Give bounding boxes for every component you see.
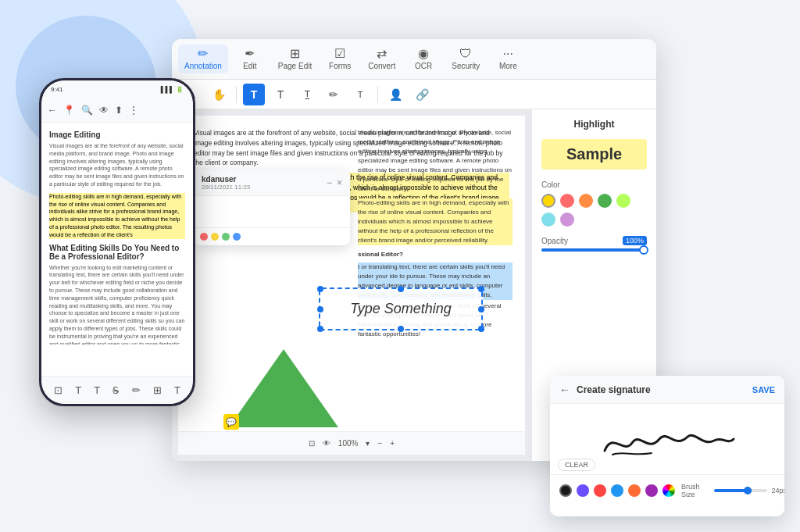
zoom-minus[interactable]: − (377, 439, 382, 448)
phone-bottom-type-icon[interactable]: T (174, 384, 180, 396)
phone-heading2: What Editing Skills Do You Need to Be a … (49, 244, 185, 261)
phone-content: Image Editing Visual images are at the f… (41, 123, 193, 345)
opacity-thumb[interactable] (639, 245, 648, 255)
phone-search-icon[interactable]: 🔍 (81, 105, 93, 116)
handle-ml[interactable] (317, 306, 323, 312)
chat-close-btn[interactable]: × (337, 177, 342, 188)
handle-bl[interactable] (317, 326, 323, 332)
phone-more-icon[interactable]: ⋮ (129, 105, 138, 116)
sample-box: Sample (541, 139, 647, 170)
handle-tm[interactable] (398, 286, 404, 292)
toolbar-forms[interactable]: ☑ Forms (321, 45, 359, 73)
chat-header: kdanuser 29/11/2021 11:23 − × (194, 170, 350, 196)
convert-icon: ⇄ (377, 48, 387, 60)
handle-tr[interactable] (478, 286, 484, 292)
svg-marker-1 (229, 349, 338, 427)
color-light-green[interactable] (616, 194, 630, 208)
chat-date: 29/11/2021 11:23 (202, 184, 250, 191)
toolbar-more[interactable]: ··· More (489, 45, 527, 73)
tool-draw[interactable]: ✏ (323, 84, 345, 105)
zoom-plus[interactable]: + (390, 439, 395, 448)
phone-screen: 9:41 ▌▌▌ 🔋 ← 📍 🔍 👁 ⬆ ⋮ Image Editing Vis… (41, 80, 193, 404)
sig-body[interactable]: CLEAR (550, 404, 784, 474)
ocr-icon: ◉ (418, 48, 429, 60)
phone-view-icon[interactable]: 👁 (99, 105, 109, 116)
color-red[interactable] (560, 194, 574, 208)
handle-tl[interactable] (317, 286, 323, 292)
toolbar-top[interactable]: ✏ Annotation ✒ Edit ⊞ Page Edit ☑ Forms … (172, 39, 656, 80)
tool-link[interactable]: 🔗 (411, 84, 433, 105)
phone-share-icon[interactable]: ⬆ (115, 105, 123, 116)
opacity-text: Opacity (541, 237, 568, 245)
doc-note-icon[interactable]: 💬 (223, 414, 239, 430)
toolbar-annotation[interactable]: ✏ Annotation (178, 45, 228, 73)
more-icon: ··· (503, 48, 513, 60)
color-orange[interactable] (579, 194, 593, 208)
toolbar-convert[interactable]: ⇄ Convert (362, 45, 402, 73)
sig-color-rainbow[interactable] (662, 484, 675, 497)
toolbar-page-edit[interactable]: ⊞ Page Edit (272, 45, 318, 73)
phone-bottom-text-icon[interactable]: T (75, 384, 81, 396)
chat-minimize-btn[interactable]: − (327, 177, 332, 188)
toolbar-edit[interactable]: ✒ Edit (231, 45, 269, 73)
phone-signal: ▌▌▌ 🔋 (161, 86, 184, 93)
phone-toolbar[interactable]: ← 📍 🔍 👁 ⬆ ⋮ (41, 98, 193, 123)
brush-slider[interactable] (714, 489, 766, 492)
phone-bottom-toolbar[interactable]: ⊡ T T S̶ ✏ ⊞ T (41, 376, 193, 404)
sig-back-btn[interactable]: ← (559, 384, 570, 396)
phone-bottom-textformat-icon[interactable]: T (94, 384, 100, 396)
sig-color-blue[interactable] (611, 484, 623, 497)
phone-bottom-highlight-icon[interactable]: ✏ (132, 384, 141, 396)
doc-page: Visual images are at the forefront of an… (178, 116, 525, 455)
opacity-value: 100% (623, 236, 647, 245)
sig-color-orange[interactable] (628, 484, 641, 497)
sig-colors (559, 484, 675, 497)
sig-color-purple[interactable] (577, 484, 589, 497)
signature-panel: ← Create signature SAVE CLEAR Brush Size (550, 376, 784, 516)
phone-bottom-strikethrough-icon[interactable]: S̶ (112, 384, 119, 396)
tool-text[interactable]: T (243, 84, 265, 105)
fit-icon[interactable]: ⊡ (309, 439, 315, 448)
tool-textbox[interactable]: T (349, 84, 371, 105)
phone-back-icon[interactable]: ← (48, 105, 57, 116)
phone-status-bar: 9:41 ▌▌▌ 🔋 (41, 80, 193, 98)
edit-label: Edit (243, 62, 256, 70)
tool-hand[interactable]: ✋ (208, 84, 230, 105)
phone-location-icon[interactable]: 📍 (63, 105, 75, 116)
handle-mr[interactable] (478, 306, 484, 312)
toolbar-ocr[interactable]: ◉ OCR (405, 45, 442, 73)
sig-save-btn[interactable]: SAVE (752, 385, 775, 395)
handle-bm[interactable] (398, 326, 404, 332)
doc-right-p1: Visual images are at the forefront of an… (358, 128, 512, 194)
chat-controls[interactable]: − × (327, 177, 342, 188)
handle-br[interactable] (478, 326, 484, 332)
sig-color-black[interactable] (559, 484, 572, 497)
doc-right-heading: ssional Editor? (358, 250, 512, 259)
toolbar-secondary[interactable]: ↖ ✋ T T T̲ ✏ T 👤 🔗 (172, 80, 656, 109)
color-purple[interactable] (560, 212, 574, 227)
color-cyan[interactable] (541, 212, 555, 227)
forms-icon: ☑ (334, 48, 345, 60)
type-something-box[interactable]: Type Something (319, 287, 483, 330)
phone-bottom-grid-icon[interactable]: ⊞ (153, 384, 162, 396)
sig-color-red[interactable] (594, 484, 606, 497)
sig-clear-btn[interactable]: CLEAR (558, 459, 595, 471)
sig-drawing (589, 416, 745, 462)
phone-device: 9:41 ▌▌▌ 🔋 ← 📍 🔍 👁 ⬆ ⋮ Image Editing Vis… (39, 78, 195, 406)
type-something-text[interactable]: Type Something (350, 301, 452, 317)
color-yellow[interactable] (541, 194, 555, 208)
tool-textsize[interactable]: T (270, 84, 291, 105)
sig-header: ← Create signature SAVE (550, 376, 784, 404)
toolbar-security[interactable]: 🛡 Security (445, 45, 486, 73)
sig-color-violet[interactable] (645, 484, 658, 497)
eye-icon[interactable]: 👁 (323, 439, 330, 448)
phone-bottom-fit-icon[interactable]: ⊡ (54, 384, 62, 396)
color-green[interactable] (598, 194, 612, 208)
tool-textstyle[interactable]: T̲ (296, 84, 318, 105)
ocr-label: OCR (415, 62, 432, 70)
opacity-bar[interactable] (541, 248, 647, 252)
tool-user[interactable]: 👤 (384, 84, 406, 105)
page-edit-label: Page Edit (278, 62, 312, 70)
zoom-dropdown[interactable]: ▾ (366, 439, 370, 448)
brush-thumb[interactable] (744, 487, 752, 495)
